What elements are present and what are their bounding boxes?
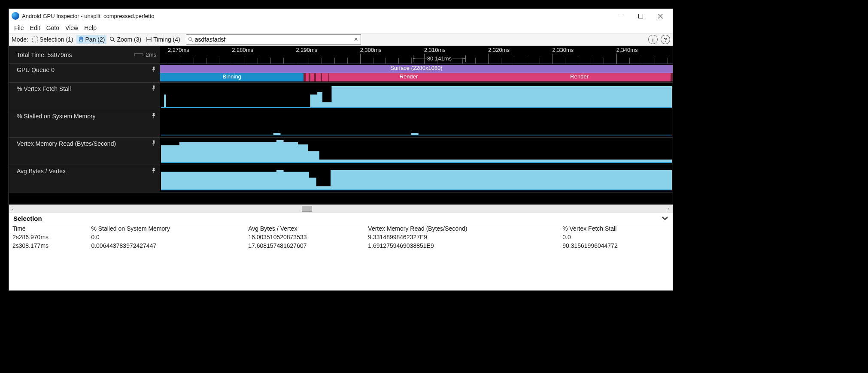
toolbar: Mode: Selection (1) Pan (2) Zoom (3) Tim… [9,33,673,46]
surface-bar[interactable]: Surface (2280x1080) [160,65,673,73]
ruler-tick-label: 2,280ms [232,47,253,53]
mode-timing-button[interactable]: Timing (4) [144,35,182,44]
app-icon [12,12,19,20]
total-time-label: Total Time: 5s079ms 2ms [9,46,160,63]
vertex-stall-chart[interactable] [160,83,673,110]
mode-pan-button[interactable]: Pan (2) [76,35,107,44]
gpu-queue-track[interactable]: Surface (2280x1080) Binning Render Rende… [160,64,673,82]
app-window: Android GPU Inspector - unsplit_compress… [9,9,673,291]
pin-icon[interactable] [151,140,156,147]
minimize-button[interactable] [611,9,631,23]
menu-file[interactable]: File [12,24,27,32]
track-label-vmem-read[interactable]: Vertex Memory Read (Bytes/Second) [9,138,160,165]
binning-bar[interactable]: Binning [160,73,303,81]
menu-help[interactable]: Help [82,24,99,32]
search-box[interactable]: × [186,34,361,45]
ruler-tick-label: 2,270ms [168,47,189,53]
render-bar[interactable]: Render [488,73,671,81]
svg-rect-14 [273,133,281,135]
selection-title: Selection [13,215,42,222]
chevron-down-icon[interactable] [662,215,668,222]
ruler-tick-label: 2,300ms [360,47,382,53]
mode-selection-button[interactable]: Selection (1) [30,35,75,44]
table-row[interactable]: 2s308.177ms 0.006443783972427447 17.6081… [9,241,673,250]
menu-view[interactable]: View [63,24,81,32]
info-button[interactable]: i [648,35,658,44]
svg-rect-4 [33,37,38,42]
selection-header[interactable]: Selection [9,213,673,224]
menu-edit[interactable]: Edit [27,24,43,32]
ruler-tick-label: 2,320ms [488,47,510,53]
col-time[interactable]: Time [9,224,88,233]
svg-rect-1 [638,14,643,18]
track-label-gpu-queue[interactable]: GPU Queue 0 [9,64,160,82]
col-vertex-stall[interactable]: % Vertex Fetch Stall [559,224,673,233]
track-label-vertex-stall[interactable]: % Vertex Fetch Stall [9,83,160,110]
avg-bytes-chart[interactable] [160,165,673,192]
menubar: File Edit Goto View Help [9,23,673,33]
render-bar[interactable] [306,73,309,81]
svg-line-11 [191,40,193,42]
svg-rect-15 [411,133,419,135]
pan-icon [78,36,84,42]
pin-icon[interactable] [151,66,156,74]
menu-goto[interactable]: Goto [44,24,62,32]
selection-icon [32,36,38,42]
timing-icon [146,36,152,42]
range-label: ├───80.141ms───┤ [411,55,467,62]
stalled-mem-chart[interactable] [160,110,673,137]
horizontal-scrollbar[interactable]: ‹ › [9,205,673,213]
vmem-read-chart[interactable] [160,138,673,165]
search-input[interactable] [193,36,353,43]
titlebar: Android GPU Inspector - unsplit_compress… [9,9,673,23]
zoom-icon [109,36,115,42]
svg-point-10 [188,38,191,41]
table-row[interactable]: 2s286.970ms 0.0 16.003510520873533 9.331… [9,233,673,241]
render-bar[interactable]: Render [329,73,488,81]
ruler-tick-label: 2,310ms [424,47,446,53]
maximize-button[interactable] [631,9,650,23]
selection-table: Time % Stalled on System Memory Avg Byte… [9,224,673,290]
ruler-tick-label: 2,290ms [296,47,317,53]
track-label-stalled-mem[interactable]: % Stalled on System Memory [9,110,160,137]
mode-zoom-button[interactable]: Zoom (3) [108,35,143,44]
scroll-thumb[interactable] [302,206,312,212]
pin-icon[interactable] [151,113,156,120]
ruler-tick-label: 2,330ms [552,47,574,53]
scroll-left-arrow[interactable]: ‹ [9,206,17,211]
track-label-avg-bytes[interactable]: Avg Bytes / Vertex [9,165,160,192]
col-stalled[interactable]: % Stalled on System Memory [88,224,245,233]
window-title: Android GPU Inspector - unsplit_compress… [22,13,155,19]
pin-icon[interactable] [151,85,156,93]
col-avg-bytes[interactable]: Avg Bytes / Vertex [245,224,364,233]
ruler-tick-label: 2,340ms [616,47,638,53]
svg-line-6 [113,40,115,42]
search-icon [188,37,193,42]
time-ruler[interactable]: 2,270ms2,280ms2,290ms2,300ms2,310ms2,320… [160,46,673,63]
clear-search-button[interactable]: × [353,36,358,43]
table-header-row: Time % Stalled on System Memory Avg Byte… [9,224,673,233]
pin-icon[interactable] [151,168,156,175]
col-vmem-read[interactable]: Vertex Memory Read (Bytes/Second) [364,224,559,233]
svg-point-5 [110,37,114,41]
help-button[interactable]: ? [661,35,670,44]
close-button[interactable] [650,9,670,23]
scroll-right-arrow[interactable]: › [665,206,673,211]
timeline-area[interactable]: Total Time: 5s079ms 2ms 2,270ms2,280ms2,… [9,46,673,205]
mode-label: Mode: [12,36,28,43]
